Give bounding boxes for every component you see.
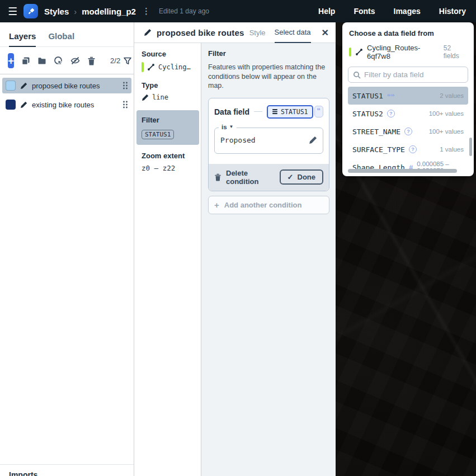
field-option-status2[interactable]: STATUS2 ? 100+ values [348, 105, 468, 122]
layer-summary-sidebar: Source Cycling… Type line [134, 43, 201, 476]
imports-heading: Imports [9, 470, 37, 476]
condition-value-box: is ▼ Proposed [214, 128, 323, 154]
string-type-quote-icon[interactable]: “ [314, 106, 324, 117]
imports-section[interactable]: Imports [0, 464, 134, 476]
source-value: Cycling… [158, 63, 191, 71]
filter-field-badge: STATUS1 [142, 130, 174, 139]
filter-summary-selected[interactable]: Filter STATUS1 [136, 110, 199, 145]
field-option-surface-type[interactable]: SURFACE_TYPE ? 1 values [348, 140, 468, 158]
layers-toolbar: + [0, 47, 134, 74]
data-field-picker-dropdown: Choose a data field from Cycling_Routes-… [342, 22, 474, 176]
nav-history[interactable]: History [439, 7, 466, 16]
add-condition-label: Add another condition [224, 201, 302, 209]
delete-layer-trash-icon[interactable] [87, 56, 96, 65]
layer-color-swatch[interactable] [6, 81, 16, 91]
layer-editor-panel: proposed bike routes Style Select data ✕… [134, 22, 336, 476]
help-icon[interactable]: ? [404, 128, 412, 135]
layers-panel: Layers Global + [0, 22, 134, 476]
field-search-input[interactable] [364, 70, 463, 79]
vertical-scrollbar[interactable] [469, 138, 472, 156]
delete-condition-button[interactable]: Delete condition [226, 169, 275, 186]
route-line-icon [147, 63, 155, 71]
field-option-status1[interactable]: STATUS1 ““ 2 values [348, 87, 468, 105]
select-features-icon[interactable] [54, 56, 63, 65]
edited-timestamp: Edited 1 day ago [159, 7, 209, 15]
done-label: Done [298, 173, 316, 181]
connector-line [254, 111, 262, 112]
source-color-bar [349, 48, 351, 56]
add-condition-button[interactable]: + Add another condition [208, 196, 329, 214]
top-nav: Help Fonts Images History [318, 7, 466, 16]
field-option-shape-length[interactable]: Shape_Length # 0.000085 – 0.056378 [348, 158, 468, 176]
help-icon[interactable]: ? [387, 110, 395, 117]
top-bar: ☰ Styles › modelling_p2 ⋮ Edited 1 day a… [0, 0, 476, 22]
done-button[interactable]: ✓ Done [280, 169, 323, 185]
condition-value: Proposed [220, 136, 256, 144]
data-field-chip[interactable]: STATUS1 [267, 105, 313, 119]
mapbox-studio-logo[interactable] [23, 4, 38, 18]
source-value-row[interactable]: Cycling… [142, 62, 201, 72]
field-value-count: 1 values [440, 146, 464, 153]
type-value-row[interactable]: line [142, 93, 201, 101]
zoom-extent-label: Zoom extent [142, 152, 201, 160]
close-editor-icon[interactable]: ✕ [322, 27, 329, 38]
breadcrumb-style-name[interactable]: modelling_p2 [82, 7, 136, 16]
route-line-icon [355, 48, 363, 56]
source-name: Cycling_Routes-6qf7w8 [367, 44, 440, 60]
group-layers-folder-icon[interactable] [37, 56, 46, 65]
field-value-count: 2 values [440, 92, 464, 99]
operator-dropdown[interactable]: is ▼ [219, 124, 237, 130]
data-field-label: Data field [214, 107, 249, 116]
filter-heading: Filter [208, 49, 329, 58]
layer-name: proposed bike routes [32, 82, 100, 90]
filter-label: Filter [142, 116, 199, 124]
nav-help[interactable]: Help [318, 7, 335, 16]
field-value-count: 100+ values [429, 128, 464, 135]
breadcrumb-styles[interactable]: Styles [44, 7, 69, 16]
field-picker-heading: Choose a data field from [348, 29, 468, 37]
check-icon: ✓ [288, 173, 294, 181]
nav-fonts[interactable]: Fonts [354, 7, 375, 16]
delete-condition-trash-icon[interactable] [214, 173, 221, 181]
tab-select-data[interactable]: Select data [275, 22, 311, 43]
source-field-count: 52 fields [444, 44, 467, 60]
style-options-kebab-icon[interactable]: ⋮ [142, 6, 150, 16]
type-label: Type [142, 81, 201, 89]
drag-handle-icon[interactable] [122, 101, 128, 109]
line-type-pencil-icon [142, 94, 149, 101]
help-icon[interactable]: ? [409, 145, 417, 153]
chevron-down-icon: ▼ [229, 124, 234, 129]
duplicate-layer-icon[interactable] [21, 56, 30, 65]
tab-global[interactable]: Global [48, 31, 74, 46]
line-type-pencil-icon [20, 101, 27, 109]
type-value: line [152, 93, 168, 101]
data-field-chip-value: STATUS1 [281, 108, 308, 116]
tab-layers[interactable]: Layers [9, 31, 36, 47]
layer-row-proposed-bike-routes[interactable]: proposed bike routes [2, 78, 131, 93]
layer-color-swatch[interactable] [6, 100, 16, 110]
drag-handle-icon[interactable] [122, 82, 128, 89]
layer-pencil-icon [144, 29, 152, 36]
nav-images[interactable]: Images [394, 7, 421, 16]
field-option-street-name[interactable]: STREET_NAME ? 100+ values [348, 122, 468, 140]
hide-layer-eye-off-icon[interactable] [70, 56, 80, 65]
source-label: Source [142, 50, 201, 58]
layer-count: 2/2 [110, 56, 120, 65]
line-type-pencil-icon [20, 82, 27, 89]
filter-description: Features with properties matching the co… [208, 63, 328, 91]
zoom-extent-row[interactable]: z0 — z22 [142, 164, 201, 172]
edit-value-pencil-icon[interactable] [309, 136, 317, 144]
layer-row-existing-bike-routes[interactable]: existing bike routes [2, 97, 131, 112]
search-icon [353, 71, 361, 79]
field-picker-source-row: Cycling_Routes-6qf7w8 52 fields [348, 44, 468, 60]
filter-layers-funnel-icon[interactable] [124, 57, 131, 65]
zoom-extent-value: z0 — z22 [142, 164, 175, 172]
layer-editor-title: proposed bike routes [157, 28, 244, 37]
field-search-box [348, 67, 468, 83]
horizontal-scrollbar[interactable] [348, 169, 457, 173]
layer-editor-header: proposed bike routes Style Select data ✕ [134, 22, 336, 43]
condition-footer: Delete condition ✓ Done [209, 164, 329, 191]
tab-style[interactable]: Style [249, 22, 266, 43]
add-layer-button[interactable]: + [8, 53, 14, 68]
hamburger-menu-icon[interactable]: ☰ [8, 6, 17, 17]
